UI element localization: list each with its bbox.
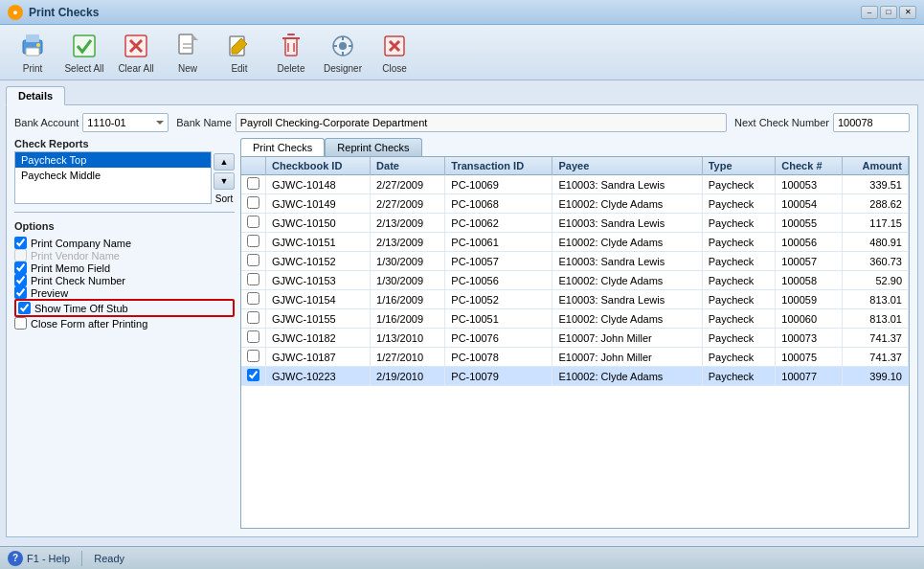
clear-all-icon <box>121 31 151 61</box>
row-checkbox-cell-7[interactable] <box>241 309 266 329</box>
sort-down-button[interactable]: ▼ <box>214 172 235 190</box>
row-type-9: Paycheck <box>702 348 776 367</box>
table-row[interactable]: GJWC-102232/19/2010PC-10079E10002: Clyde… <box>241 367 909 386</box>
bank-name-input[interactable] <box>236 113 727 132</box>
content-area: Check Reports Paycheck TopPaycheck Middl… <box>14 138 910 529</box>
table-row[interactable]: GJWC-101502/13/2009PC-10062E10003: Sandr… <box>241 214 909 233</box>
row-checkbox-4[interactable] <box>247 254 259 266</box>
row-checkNum-4: 100057 <box>776 252 843 271</box>
row-checkbox-3[interactable] <box>247 235 259 247</box>
close-button[interactable]: Close <box>370 26 419 79</box>
row-transactionId-3: PC-10061 <box>445 233 552 252</box>
option-checkbox-2[interactable] <box>14 262 27 274</box>
option-checkbox-0[interactable] <box>14 237 27 249</box>
table-row[interactable]: GJWC-101531/30/2009PC-10056E10002: Clyde… <box>241 271 909 290</box>
table-row[interactable]: GJWC-101482/27/2009PC-10069E10003: Sandr… <box>241 175 909 194</box>
main-content: Details Bank Account 1110-01 Bank Name N… <box>0 80 924 546</box>
edit-button[interactable]: Edit <box>214 26 264 79</box>
print-button[interactable]: Print <box>8 26 57 79</box>
row-checkbookId-5: GJWC-10153 <box>266 271 371 290</box>
table-row[interactable]: GJWC-101551/16/2009PC-10051E10002: Clyde… <box>241 309 909 329</box>
row-checkbox-2[interactable] <box>247 216 259 228</box>
report-item-0[interactable]: Paycheck Top <box>15 152 211 168</box>
svg-rect-4 <box>74 35 95 57</box>
table-header-row: Checkbook ID Date Transaction ID Payee T… <box>241 157 909 175</box>
col-amount: Amount <box>843 157 909 175</box>
inner-tab-0[interactable]: Print Checks <box>240 138 325 157</box>
col-checkbook-id: Checkbook ID <box>266 157 371 175</box>
next-check-label: Next Check Number <box>734 117 829 128</box>
toolbar: Print Select All Clear All New Edit Dele… <box>0 25 924 80</box>
delete-button[interactable]: Delete <box>266 26 316 79</box>
row-checkbox-cell-6[interactable] <box>241 290 266 309</box>
row-transactionId-6: PC-10052 <box>445 290 552 309</box>
row-transactionId-5: PC-10056 <box>445 271 552 290</box>
option-checkbox-6[interactable] <box>14 317 27 330</box>
left-panel: Check Reports Paycheck TopPaycheck Middl… <box>14 138 235 529</box>
option-checkbox-1[interactable] <box>14 249 27 262</box>
option-checkbox-5[interactable] <box>18 302 31 314</box>
help-link[interactable]: ? F1 - Help <box>8 551 70 566</box>
clear-all-button[interactable]: Clear All <box>111 26 161 79</box>
row-checkbox-cell-10[interactable] <box>241 367 266 386</box>
row-checkbox-9[interactable] <box>247 350 259 362</box>
row-checkbox-cell-1[interactable] <box>241 194 266 214</box>
tab-details[interactable]: Details <box>6 86 65 105</box>
table-row[interactable]: GJWC-101821/13/2010PC-10076E10007: John … <box>241 329 909 348</box>
row-checkbookId-7: GJWC-10155 <box>266 309 371 329</box>
col-checkbox <box>241 157 266 175</box>
tab-strip: Details <box>6 86 918 105</box>
row-checkbox-cell-4[interactable] <box>241 252 266 271</box>
row-checkbox-cell-5[interactable] <box>241 271 266 290</box>
maximize-button[interactable]: □ <box>880 6 897 19</box>
row-checkbox-6[interactable] <box>247 292 259 305</box>
row-checkbox-5[interactable] <box>247 273 259 285</box>
table-row[interactable]: GJWC-101521/30/2009PC-10057E10003: Sandr… <box>241 252 909 271</box>
designer-button[interactable]: Designer <box>318 26 368 79</box>
next-check-input[interactable] <box>833 113 910 132</box>
row-checkbox-7[interactable] <box>247 311 259 324</box>
option-checkbox-3[interactable] <box>14 274 27 286</box>
row-transactionId-10: PC-10079 <box>445 367 552 386</box>
row-amount-0: 339.51 <box>843 175 909 194</box>
row-checkbox-8[interactable] <box>247 330 259 343</box>
svg-rect-2 <box>26 48 39 56</box>
option-checkbox-4[interactable] <box>14 286 27 299</box>
row-checkbox-cell-3[interactable] <box>241 233 266 252</box>
row-checkbox-cell-2[interactable] <box>241 214 266 233</box>
row-date-1: 2/27/2009 <box>371 194 445 214</box>
new-button[interactable]: New <box>163 26 213 79</box>
option-0: Print Company Name <box>14 237 235 249</box>
row-checkbox-cell-9[interactable] <box>241 348 266 367</box>
table-row[interactable]: GJWC-101512/13/2009PC-10061E10002: Clyde… <box>241 233 909 252</box>
grid-container[interactable]: Checkbook ID Date Transaction ID Payee T… <box>240 156 910 529</box>
close-window-button[interactable]: ✕ <box>899 6 916 19</box>
row-checkbox-1[interactable] <box>247 196 259 209</box>
row-transactionId-8: PC-10076 <box>445 329 552 348</box>
inner-tab-1[interactable]: Reprint Checks <box>325 138 421 157</box>
table-row[interactable]: GJWC-101541/16/2009PC-10052E10003: Sandr… <box>241 290 909 309</box>
row-type-0: Paycheck <box>702 175 776 194</box>
designer-label: Designer <box>324 63 362 74</box>
row-checkbox-10[interactable] <box>247 369 259 381</box>
row-amount-1: 288.62 <box>843 194 909 214</box>
table-row[interactable]: GJWC-101492/27/2009PC-10068E10002: Clyde… <box>241 194 909 214</box>
row-transactionId-1: PC-10068 <box>445 194 552 214</box>
row-checkbox-0[interactable] <box>247 177 259 190</box>
row-transactionId-4: PC-10057 <box>445 252 552 271</box>
minimize-button[interactable]: – <box>861 6 878 19</box>
row-checkbox-cell-0[interactable] <box>241 175 266 194</box>
row-payee-2: E10003: Sandra Lewis <box>552 214 702 233</box>
select-all-button[interactable]: Select All <box>59 26 109 79</box>
bank-account-select[interactable]: 1110-01 <box>82 113 169 132</box>
new-label: New <box>178 63 197 74</box>
row-checkbookId-8: GJWC-10182 <box>266 329 371 348</box>
sort-up-button[interactable]: ▲ <box>214 153 235 171</box>
row-type-4: Paycheck <box>702 252 776 271</box>
row-transactionId-0: PC-10069 <box>445 175 552 194</box>
row-amount-3: 480.91 <box>843 233 909 252</box>
table-row[interactable]: GJWC-101871/27/2010PC-10078E10007: John … <box>241 348 909 367</box>
report-item-1[interactable]: Paycheck Middle <box>15 168 211 183</box>
row-checkbox-cell-8[interactable] <box>241 329 266 348</box>
row-checkbookId-1: GJWC-10149 <box>266 194 371 214</box>
